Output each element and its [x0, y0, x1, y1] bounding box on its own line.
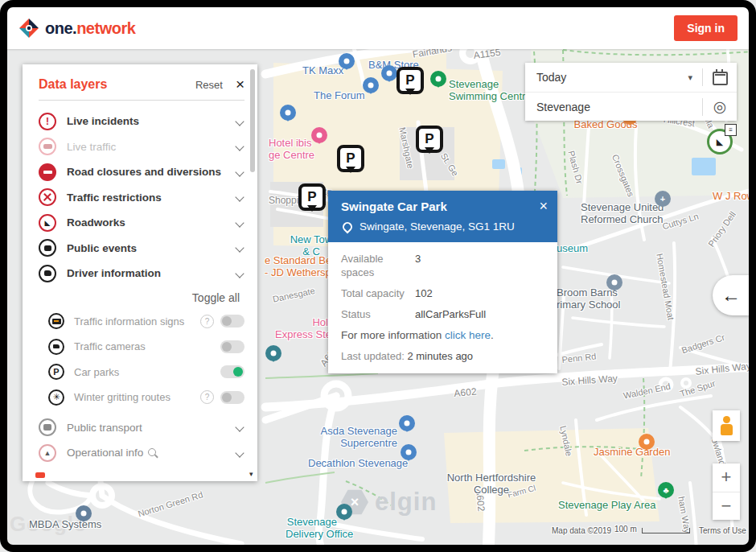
terms-of-use-link[interactable]: Terms of Use — [699, 526, 746, 535]
popup-body: Available spaces3Total capacity102Status… — [328, 242, 557, 373]
map-label-stevenage-delivery-office: Stevenage Delivery Office — [286, 517, 337, 540]
layer-row-roadworks[interactable]: ◣Roadworks — [23, 210, 257, 236]
chevron-down-icon — [235, 167, 244, 176]
driver-icon — [39, 265, 56, 282]
click-here-link[interactable]: click here — [445, 329, 491, 341]
incident-icon: ! — [39, 113, 56, 130]
chevron-down-icon — [235, 142, 244, 151]
zoom-in-button[interactable]: + — [713, 463, 740, 492]
layer-label: Live incidents — [67, 115, 236, 127]
chevron-down-icon — [235, 423, 244, 432]
roadworks-marker[interactable]: ◣≡ — [707, 129, 733, 154]
layer-label: Live traffic — [67, 141, 236, 153]
map-attribution: Map data ©2019 — [552, 526, 611, 535]
top-app-bar: one.network Sign in — [7, 7, 749, 49]
map-label-e-standard-be-jd-wethersp: e Standard Be - JD Wethersp — [265, 255, 331, 278]
map-label-hol-express-ste: Hol Express Ste — [275, 317, 328, 340]
more-info-text: For more information click here. — [341, 329, 544, 341]
calendar-icon — [713, 72, 728, 85]
toggle-winter-gritting-routes[interactable] — [220, 391, 244, 404]
popup-row-label: Status — [341, 308, 415, 322]
search-input[interactable]: Stevenage — [536, 101, 702, 113]
layer-row-operational-info[interactable]: ▲Operational info — [23, 440, 257, 466]
scrollbar-down-arrow[interactable]: ▾ — [249, 470, 253, 478]
layer-label: Road closures and diversions — [67, 166, 236, 178]
toggle-traffic-cameras[interactable] — [220, 340, 244, 353]
layer-label: Traffic restrictions — [67, 192, 236, 204]
cone-icon: ▲ — [39, 444, 56, 462]
map-label-stevenage-united-reformed-church: Stevenage United Reformed Church — [581, 202, 659, 225]
zoom-out-button[interactable]: − — [713, 492, 740, 521]
location-pin-icon — [341, 220, 355, 233]
sub-layer-row-car-parks: PCar parks — [23, 360, 257, 385]
sign-in-button[interactable]: Sign in — [674, 15, 738, 41]
calendar-button[interactable] — [702, 68, 737, 86]
cart-pin-icon — [280, 105, 296, 121]
panel-header: Data layers Reset × — [23, 64, 257, 100]
layer-row-live-incidents[interactable]: !Live incidents — [23, 109, 257, 134]
toggle-traffic-information-signs[interactable] — [220, 315, 244, 327]
carpark-marker[interactable]: P — [416, 126, 443, 153]
toggle-knob — [222, 342, 232, 352]
bus-icon — [39, 418, 56, 436]
layer-row-live-traffic[interactable]: Live traffic — [23, 134, 257, 160]
toggle-all-label[interactable]: Toggle all — [23, 286, 257, 309]
close-panel-icon[interactable]: × — [236, 79, 244, 90]
data-layers-panel: Data layers Reset × !Live incidentsLive … — [23, 64, 257, 481]
map-scale: 100 m — [614, 525, 690, 533]
popup-header: Swingate Car Park × Swingate, Stevenage,… — [328, 191, 557, 242]
carpark-marker[interactable]: P — [298, 183, 326, 211]
date-selector[interactable]: Today ▾ — [525, 63, 737, 92]
help-icon[interactable]: ? — [200, 315, 214, 328]
sub-layer-label: Winter gritting routes — [74, 391, 200, 403]
popup-row-total-capacity: Total capacity102 — [341, 287, 544, 301]
sub-layer-label: Traffic information signs — [74, 315, 200, 327]
map-label-mbda-systems: MBDA Systems — [29, 519, 101, 531]
panel-scrollbar[interactable]: ▾ — [249, 69, 256, 476]
chevron-down-icon — [235, 244, 244, 253]
popup-row-value: 102 — [415, 287, 433, 301]
layer-row-road-closures-and-diversions[interactable]: Road closures and diversions — [23, 159, 257, 185]
post-pin-icon — [336, 504, 352, 520]
one-network-logo[interactable]: one.network — [18, 18, 135, 39]
popup-row-label: Available spaces — [341, 253, 415, 280]
app-window: Google × elgin FairlandsA1155TK MaxxB&M … — [0, 0, 756, 552]
layer-row-public-transport[interactable]: Public transport — [23, 415, 257, 441]
date-value: Today — [536, 71, 688, 84]
locate-button[interactable]: ◎ — [702, 98, 737, 116]
map-label-shoppi: Shoppi — [269, 196, 298, 206]
chevron-down-icon — [235, 269, 244, 278]
reset-button[interactable]: Reset — [195, 79, 223, 91]
chevron-down-icon — [235, 218, 244, 227]
carpark-marker[interactable]: P — [337, 145, 364, 172]
shop-pin-icon — [339, 53, 355, 69]
location-search[interactable]: Stevenage ◎ — [525, 92, 737, 121]
logo-mark-icon — [18, 18, 39, 39]
restriction-icon — [39, 188, 56, 206]
layer-label: Driver information — [67, 267, 236, 279]
carpark-popup: Swingate Car Park × Swingate, Stevenage,… — [328, 191, 557, 373]
sub-layer-label: Car parks — [74, 366, 220, 378]
map-label-w-j-rowe: W J Rowe — [713, 191, 756, 203]
last-updated: Last updated: 2 minutes ago — [341, 350, 544, 362]
map-label-asda-stevenage-supercentre: Asda Stevenage Supercentre — [307, 426, 397, 449]
carpark-marker[interactable]: P — [396, 67, 424, 94]
popup-close-icon[interactable]: × — [539, 200, 548, 212]
collapse-panel-button[interactable]: ← — [713, 275, 750, 315]
layer-row-public-events[interactable]: Public events — [23, 236, 257, 262]
help-icon[interactable]: ? — [200, 390, 214, 404]
layer-list: !Live incidentsLive trafficRoad closures… — [23, 101, 257, 466]
layer-row-traffic-restrictions[interactable]: Traffic restrictions — [23, 185, 257, 211]
layer-row-driver-information[interactable]: Driver information — [23, 261, 257, 286]
cart-pin-icon — [399, 415, 415, 431]
toggle-car-parks[interactable] — [220, 365, 244, 378]
layer-label: Public events — [67, 242, 236, 254]
chevron-down-icon — [235, 448, 244, 457]
panel-title: Data layers — [39, 77, 195, 92]
scrollbar-thumb[interactable] — [250, 69, 255, 172]
vms-icon — [48, 313, 64, 329]
street-view-pegman[interactable] — [713, 410, 740, 441]
popup-row-status: StatusallCarParksFull — [341, 308, 544, 322]
vms-bar-icon — [54, 320, 59, 322]
zoom-controls: + − — [713, 463, 740, 520]
